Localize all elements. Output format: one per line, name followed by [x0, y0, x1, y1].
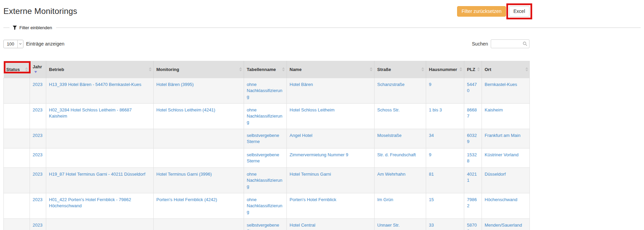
cell-link-name[interactable]: Zimmervermietung Nummer 9 — [290, 152, 348, 157]
cell-link-ort[interactable]: Küstriner Vorland — [485, 152, 519, 157]
cell-link-jahr[interactable]: 2023 — [33, 197, 42, 202]
cell-link-strasse[interactable]: Am Wehrhahn — [377, 172, 405, 177]
cell-link-plz[interactable]: 86687 — [467, 107, 477, 119]
cell-link-hausnummer[interactable]: 9 — [429, 82, 431, 87]
page-length-select[interactable]: 100 — [3, 40, 23, 48]
cell-link-strasse[interactable]: Schanzstraße — [377, 82, 404, 87]
cell-status — [4, 78, 30, 104]
column-header-status[interactable]: Status — [4, 61, 30, 78]
cell-link-betrieb[interactable]: H13_339 Hotel Bären - 54470 Bernkastel-K… — [49, 82, 141, 87]
cell-link-plz[interactable]: 60329 — [467, 133, 477, 144]
column-header-jahr[interactable]: Jahr — [30, 61, 46, 78]
cell-strasse: Unnaer Str. — [375, 219, 426, 230]
column-header-name[interactable]: Name — [287, 61, 375, 78]
cell-link-hausnummer[interactable]: 15 — [429, 197, 434, 202]
cell-link-tabellenname[interactable]: ohne Nachklassifizierung — [247, 172, 282, 189]
column-header-label: Ort — [485, 67, 491, 72]
cell-plz: 40211 — [464, 168, 482, 193]
cell-link-ort[interactable]: Höchenschwand — [485, 197, 517, 202]
cell-link-ort[interactable]: Menden/Sauerland — [485, 223, 522, 228]
reset-filter-button[interactable]: Filter zurücksetzen — [457, 6, 506, 17]
cell-link-tabellenname[interactable]: selbstvergebene Sterne — [247, 152, 279, 163]
cell-link-plz[interactable]: 54470 — [467, 82, 477, 93]
cell-link-plz[interactable]: 15328 — [467, 152, 477, 163]
cell-plz: 86687 — [464, 104, 482, 129]
cell-link-strasse[interactable]: Im Grün — [377, 197, 393, 202]
cell-link-name[interactable]: Hotel Terminus Garni — [290, 172, 331, 177]
cell-tabellenname: ohne Nachklassifizierung — [244, 78, 287, 104]
cell-link-strasse[interactable]: Unnaer Str. — [377, 223, 400, 228]
cell-link-strasse[interactable]: Str. d. Freundschaft — [377, 152, 416, 157]
cell-tabellenname: ohne Nachklassifizierung — [244, 168, 287, 193]
cell-hausnummer: 15 — [426, 193, 464, 219]
cell-link-tabellenname[interactable]: selbstvergebene Sterne — [247, 133, 279, 144]
cell-link-hausnummer[interactable]: 9 — [429, 152, 431, 157]
cell-link-name[interactable]: Porten's Hotel Fernblick — [290, 197, 336, 202]
column-header-hausnummer[interactable]: Hausnummer — [426, 61, 464, 78]
column-header-betrieb[interactable]: Betrieb — [46, 61, 154, 78]
cell-monitoring: Hotel Bären (3995) — [154, 78, 244, 104]
cell-link-jahr[interactable]: 2023 — [33, 172, 42, 177]
cell-tabellenname: selbstvergebene Sterne — [244, 148, 287, 168]
cell-link-ort[interactable]: Bernkastel-Kues — [485, 82, 517, 87]
cell-link-hausnummer[interactable]: 81 — [429, 172, 434, 177]
cell-link-monitoring[interactable]: Hotel Terminus Garni (3996) — [156, 172, 212, 177]
cell-link-betrieb[interactable]: H01_422 Porten's Hotel Fernblick - 79862… — [49, 197, 131, 208]
chevron-down-icon — [17, 40, 23, 48]
cell-link-name[interactable]: Angel Hotel — [290, 133, 312, 138]
cell-strasse: Moselstraße — [375, 129, 426, 148]
sort-both-icon — [149, 67, 152, 71]
cell-link-jahr[interactable]: 2023 — [33, 107, 42, 112]
column-header-plz[interactable]: PLZ — [464, 61, 482, 78]
column-header-label: PLZ — [467, 67, 475, 72]
cell-link-tabellenname[interactable]: ohne Nachklassifizierung — [247, 107, 282, 125]
cell-plz: 15328 — [464, 148, 482, 168]
cell-link-ort[interactable]: Düsseldorf — [485, 172, 506, 177]
cell-link-name[interactable]: Hotel Central — [290, 223, 315, 228]
search-icon — [523, 41, 527, 48]
cell-tabellenname: selbstvergebene Sterne — [244, 219, 287, 230]
sort-both-icon — [459, 67, 462, 71]
cell-link-ort[interactable]: Frankfurt am Main — [485, 133, 520, 138]
column-header-label: Jahr — [33, 64, 42, 69]
column-header-strasse[interactable]: Straße — [375, 61, 426, 78]
cell-link-hausnummer[interactable]: 34 — [429, 133, 434, 138]
cell-link-betrieb[interactable]: H19_87 Hotel Terminus Garni - 40211 Düss… — [49, 172, 145, 177]
cell-status — [4, 104, 30, 129]
cell-link-name[interactable]: Hotel Schloss Leitheim — [290, 107, 334, 112]
cell-link-tabellenname[interactable]: ohne Nachklassifizierung — [247, 197, 282, 214]
filter-toggle-label: Filter einblenden — [19, 25, 52, 30]
cell-hausnummer: 9 — [426, 148, 464, 168]
excel-button[interactable]: Excel — [509, 6, 529, 17]
cell-link-jahr[interactable]: 2023 — [33, 133, 42, 138]
cell-link-monitoring[interactable]: Hotel Schloss Leitheim (4241) — [156, 107, 215, 112]
cell-link-strasse[interactable]: Moselstraße — [377, 133, 402, 138]
cell-link-betrieb[interactable]: H02_3284 Hotel Schloss Leitheim - 86687 … — [49, 107, 132, 119]
cell-link-name[interactable]: Hotel Bären — [290, 82, 313, 87]
cell-link-monitoring[interactable]: Hotel Bären (3995) — [156, 82, 194, 87]
column-header-ort[interactable]: Ort — [482, 61, 530, 78]
cell-link-hausnummer[interactable]: 33 — [429, 223, 434, 228]
monitorings-table-wrap: StatusJahrBetriebMonitoringTabellennameN… — [3, 61, 529, 230]
cell-link-ort[interactable]: Kaisheim — [485, 107, 503, 112]
cell-link-tabellenname[interactable]: selbstvergebene Sterne — [247, 223, 279, 230]
cell-link-tabellenname[interactable]: ohne Nachklassifizierung — [247, 82, 282, 99]
column-header-tabellenname[interactable]: Tabellenname — [244, 61, 287, 78]
cell-link-plz[interactable]: 40211 — [467, 172, 477, 183]
table-header-row: StatusJahrBetriebMonitoringTabellennameN… — [4, 61, 530, 78]
cell-link-monitoring[interactable]: Porten's Hotel Fernblick (4242) — [156, 197, 217, 202]
filter-toggle[interactable]: Filter einblenden — [10, 25, 56, 30]
cell-link-hausnummer[interactable]: 1 bis 3 — [429, 107, 442, 112]
topbar: Externe Monitorings Filter zurücksetzen … — [3, 3, 529, 19]
cell-betrieb: H19_87 Hotel Terminus Garni - 40211 Düss… — [46, 168, 154, 193]
cell-link-strasse[interactable]: Schoss Str. — [377, 107, 400, 112]
cell-name: Porten's Hotel Fernblick — [287, 193, 375, 219]
column-header-label: Betrieb — [49, 67, 64, 72]
cell-link-jahr[interactable]: 2023 — [33, 223, 42, 228]
column-header-monitoring[interactable]: Monitoring — [154, 61, 244, 78]
cell-link-plz[interactable]: 79862 — [467, 197, 477, 208]
cell-link-plz[interactable]: 58706 — [467, 223, 477, 230]
cell-link-jahr[interactable]: 2023 — [33, 152, 42, 157]
annotation-excel-highlight: Excel — [506, 3, 532, 19]
cell-link-jahr[interactable]: 2023 — [33, 82, 42, 87]
